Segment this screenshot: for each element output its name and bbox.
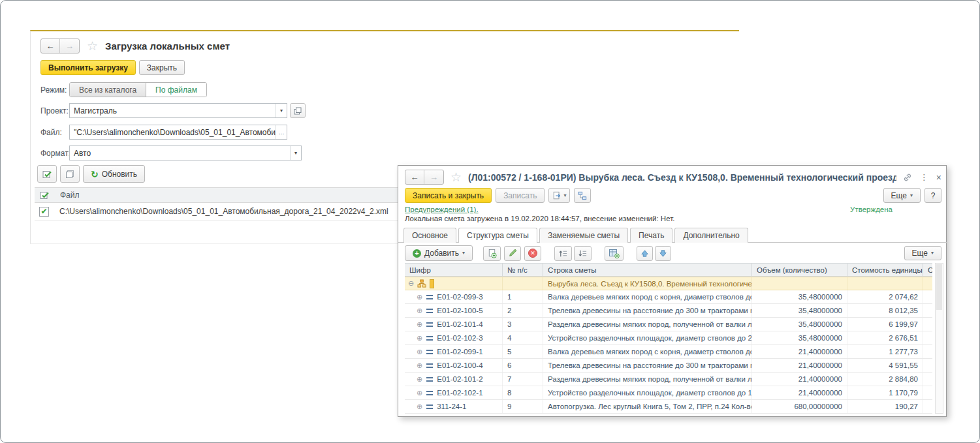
add-label: Добавить (424, 249, 459, 258)
column-code[interactable]: Шифр (405, 264, 503, 276)
tab-print[interactable]: Печать (630, 228, 672, 243)
code-cell: ⊕ Е01-02-100-4 (405, 359, 503, 372)
expand-icon[interactable]: ⊕ (417, 403, 422, 410)
history-nav: ← → (405, 170, 444, 185)
tab-main[interactable]: Основное (403, 228, 456, 243)
table-row[interactable]: ⊕ Е01-02-100-4 6 Трелевка древесины на р… (405, 359, 932, 373)
favorite-star-icon[interactable]: ☆ (87, 40, 98, 52)
mode-option-files[interactable]: По файлам (146, 83, 206, 97)
browse-button[interactable]: ... (276, 125, 287, 139)
row-description: Трелевка древесины на расстояние до 300 … (543, 359, 752, 372)
tab-replaced[interactable]: Заменяемые сметы (539, 228, 628, 243)
more-button[interactable]: Еще ▾ (883, 188, 921, 203)
blue-arrow-up-icon (640, 249, 649, 258)
move-row-down-button[interactable] (655, 246, 671, 261)
row-code: Е01-02-099-3 (437, 293, 482, 301)
code-cell: ⊕ Е01-02-100-5 (405, 304, 503, 317)
delete-row-button[interactable]: ✕ (524, 246, 541, 261)
group-num (503, 277, 543, 290)
copy-row-button[interactable] (483, 246, 501, 261)
back-button[interactable]: ← (41, 39, 60, 53)
row-extra (923, 318, 932, 331)
move-row-up-button[interactable] (637, 246, 653, 261)
code-cell: ⊕ 311-24-1 (405, 400, 503, 413)
expand-icon[interactable]: ⊕ (417, 307, 422, 314)
table-row[interactable]: ⊕ Е01-02-099-1 5 Валка деревьев мягких п… (405, 345, 932, 359)
column-number[interactable]: № п/с (503, 264, 543, 276)
row-quantity: 35,48000000 (752, 290, 847, 303)
structure-icon (578, 191, 587, 200)
tab-additional[interactable]: Дополнительно (674, 228, 748, 243)
column-quantity[interactable]: Объем (количество) (752, 264, 847, 276)
row-number: 7 (503, 373, 543, 386)
chevron-down-icon[interactable]: ▾ (276, 104, 287, 117)
group-row[interactable]: ⊖ Вырубка леса. Съезд к КУ1508,0. Времен… (405, 277, 932, 290)
item-level-icon (426, 377, 433, 382)
row-code: Е01-02-102-3 (437, 334, 482, 342)
group-qty (752, 277, 847, 290)
arrow-down-lines-icon (578, 249, 588, 258)
kebab-menu-icon[interactable]: ⋮ (920, 172, 928, 182)
create-based-on-button[interactable]: ▾ (548, 188, 570, 203)
scrollbar-thumb[interactable] (936, 264, 942, 310)
execute-load-button[interactable]: Выполнить загрузку (40, 60, 136, 75)
table-row[interactable]: ⊕ Е01-02-101-4 3 Разделка древесины мягк… (405, 318, 932, 331)
format-select[interactable]: Авто ▾ (69, 145, 302, 160)
row-number: 5 (503, 345, 543, 358)
warnings-link[interactable]: Предупреждений (1). (405, 206, 479, 213)
chevron-down-icon[interactable]: ▾ (290, 146, 301, 160)
add-nested-table-button[interactable] (605, 246, 624, 261)
open-project-button[interactable] (290, 103, 306, 118)
row-description: Автопогрузка. Лес круглый Книга 5, Том 2… (543, 400, 752, 413)
expand-icon[interactable]: ⊕ (417, 294, 422, 301)
table-more-button[interactable]: Еще ▾ (904, 246, 941, 260)
expand-icon[interactable]: ⊕ (417, 390, 422, 397)
check-column-header[interactable] (35, 191, 55, 200)
row-checkbox[interactable]: ✔ (39, 207, 49, 217)
close-window-icon[interactable]: × (936, 172, 941, 183)
help-button[interactable]: ? (925, 188, 941, 203)
link-icon[interactable] (903, 173, 912, 182)
forward-button[interactable]: → (424, 170, 443, 184)
row-number: 2 (503, 304, 543, 317)
expand-icon[interactable]: ⊕ (417, 376, 422, 383)
save-and-close-button[interactable]: Записать и закрыть (405, 188, 492, 203)
collapse-icon[interactable]: ⊖ (408, 280, 414, 287)
favorite-star-icon[interactable]: ☆ (450, 171, 462, 183)
save-button[interactable]: Записать (496, 188, 545, 203)
project-input[interactable]: Магистраль ▾ (69, 103, 287, 118)
item-level-icon (426, 350, 433, 354)
table-row[interactable]: ⊕ Е01-02-101-2 7 Разделка древесины мягк… (405, 373, 932, 386)
expand-icon[interactable]: ⊕ (417, 335, 422, 342)
forward-button[interactable]: → (60, 39, 79, 53)
table-row[interactable]: ⊕ 311-24-1 9 Автопогрузка. Лес круглый К… (405, 400, 932, 414)
expand-icon[interactable]: ⊕ (417, 348, 422, 356)
refresh-button[interactable]: ↻ Обновить (83, 165, 145, 183)
column-line[interactable]: Строка сметы (543, 264, 752, 276)
open-form-icon (294, 107, 302, 115)
expand-icon[interactable]: ⊕ (417, 362, 422, 369)
mode-option-catalog[interactable]: Все из каталога (70, 83, 146, 97)
move-up-level-button[interactable] (554, 246, 572, 261)
column-unit-cost[interactable]: Стоимость единицы (847, 264, 923, 276)
row-code: Е01-02-101-2 (437, 375, 482, 383)
tab-structure[interactable]: Структура сметы (458, 228, 537, 243)
close-button[interactable]: Закрыть (139, 60, 185, 75)
table-row[interactable]: ⊕ Е01-02-100-5 2 Трелевка древесины на р… (405, 304, 932, 318)
check-all-button[interactable] (37, 165, 57, 183)
table-row[interactable]: ⊕ Е01-02-099-3 1 Валка деревьев мягких п… (405, 290, 932, 304)
row-quantity: 35,48000000 (752, 331, 847, 344)
back-button[interactable]: ← (405, 170, 424, 184)
table-row[interactable]: ⊕ Е01-02-102-3 4 Устройство разделочных … (405, 331, 932, 345)
vertical-scrollbar[interactable] (935, 263, 943, 414)
uncheck-all-button[interactable] (60, 165, 80, 183)
add-button[interactable]: + Добавить ▾ (405, 245, 473, 261)
edit-row-button[interactable] (504, 246, 521, 261)
move-down-level-button[interactable] (574, 246, 592, 261)
file-input[interactable]: "C:\Users\alimonchenko\Downloads\05_01_0… (69, 125, 287, 140)
column-truncated[interactable]: С (923, 264, 932, 276)
row-number: 3 (503, 318, 543, 331)
structure-report-button[interactable] (574, 188, 591, 203)
expand-icon[interactable]: ⊕ (417, 321, 422, 328)
table-row[interactable]: ⊕ Е01-02-102-1 8 Устройство разделочных … (405, 386, 932, 400)
